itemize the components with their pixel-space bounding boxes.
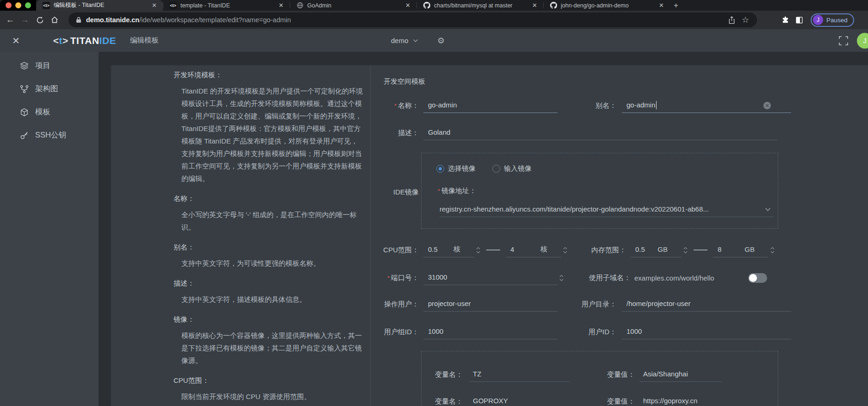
fullscreen-icon[interactable] bbox=[838, 36, 849, 46]
forward-icon[interactable]: → bbox=[18, 12, 32, 27]
variable-value-input[interactable]: https://goproxy.cn bbox=[639, 394, 722, 406]
row-cpu-memory: CPU范围： 0.5核 4核 内存范围： 0.5GB 8GB bbox=[324, 241, 859, 259]
range-separator bbox=[486, 250, 500, 250]
image-address-label: 镜像地址： bbox=[438, 187, 476, 195]
browser-tab-goadmin[interactable]: GoAdmin ✕ bbox=[290, 0, 416, 11]
close-window-icon[interactable] bbox=[6, 2, 12, 8]
content-card: 开发环境模板： TitanIDE 的开发环境模板是为用户提供一个可定制化的环境模… bbox=[111, 65, 868, 406]
clear-input-icon[interactable]: ✕ bbox=[763, 102, 771, 109]
logo-mark: <t> bbox=[53, 35, 68, 46]
stepper-icon[interactable] bbox=[559, 274, 564, 282]
ide-image-group: 选择镜像 输入镜像 镜像地址： registry.cn-shenzhen.ali… bbox=[421, 153, 778, 229]
variable-value-input[interactable]: Asia/Shanghai bbox=[639, 368, 722, 382]
memory-range-label: 内存范围： bbox=[568, 246, 626, 255]
variable-row: 变量名： TZ 变量值： Asia/Shanghai bbox=[422, 365, 722, 384]
cube-icon bbox=[20, 108, 29, 117]
lock-icon bbox=[76, 17, 81, 23]
sidebar-item-projects[interactable]: 项目 bbox=[0, 55, 99, 77]
user-dir-label: 用户目录： bbox=[558, 300, 616, 309]
help-title: 开发环境模板： bbox=[174, 71, 363, 80]
user-avatar[interactable]: J bbox=[857, 33, 868, 49]
name-input[interactable]: go-admin bbox=[423, 99, 558, 113]
browser-tab-edit-template[interactable]: <t> 编辑模板 - TitanIDE ✕ bbox=[36, 0, 163, 11]
titanide-favicon: <t> bbox=[169, 2, 177, 9]
cpu-min-unit: 核 bbox=[453, 245, 460, 254]
port-input[interactable]: 31000 bbox=[423, 271, 558, 285]
share-icon[interactable] bbox=[725, 13, 738, 27]
range-separator bbox=[694, 250, 707, 250]
home-icon[interactable] bbox=[47, 12, 62, 27]
sidebar-item-label: 模板 bbox=[35, 107, 50, 117]
variable-name-label: 变量名： bbox=[422, 370, 463, 379]
zoom-window-icon[interactable] bbox=[25, 2, 31, 8]
image-address-value: registry.cn-shenzhen.aliyuncs.com/titani… bbox=[440, 205, 709, 213]
workspace-select[interactable]: demo bbox=[391, 37, 418, 44]
cpu-max-input[interactable]: 4核 bbox=[506, 243, 561, 257]
op-user-input[interactable]: projector-user bbox=[423, 297, 558, 312]
variable-name-input[interactable]: GOPROXY bbox=[469, 394, 569, 406]
close-tab-icon[interactable]: ✕ bbox=[657, 2, 665, 9]
sidebar-item-ssh-keys[interactable]: SSH公钥 bbox=[0, 124, 99, 146]
browser-tab-template[interactable]: <t> template - TitanIDE ✕ bbox=[163, 0, 290, 11]
user-id-input[interactable]: 1000 bbox=[622, 325, 791, 339]
close-tab-icon[interactable]: ✕ bbox=[150, 2, 158, 9]
browser-tab-charts-mysql[interactable]: charts/bitnami/mysql at master ✕ bbox=[416, 0, 543, 11]
tab-title: charts/bitnami/mysql at master bbox=[434, 2, 527, 9]
alias-input[interactable]: go-admin ✕ bbox=[622, 99, 791, 113]
subdomain-toggle[interactable] bbox=[748, 273, 767, 283]
ide-image-label: IDE镜像 bbox=[324, 183, 419, 201]
radio-select-image[interactable] bbox=[436, 165, 444, 173]
toggle-knob bbox=[749, 274, 757, 282]
tab-title: 编辑模板 - TitanIDE bbox=[54, 1, 147, 9]
stepper-icon[interactable] bbox=[563, 246, 568, 254]
sidebar-item-label: 架构图 bbox=[35, 84, 58, 94]
profile-pill[interactable]: J Paused bbox=[811, 13, 854, 27]
variable-value-label: 变量值： bbox=[575, 370, 635, 379]
extensions-icon[interactable] bbox=[778, 13, 792, 27]
main-area: 开发环境模板： TitanIDE 的开发环境模板是为用户提供一个可定制化的环境模… bbox=[99, 52, 868, 406]
sidebar-item-label: 项目 bbox=[35, 61, 50, 71]
close-tab-icon[interactable]: ✕ bbox=[277, 2, 285, 9]
row-user-dir: 操作用户： projector-user 用户目录： /home/project… bbox=[324, 295, 859, 313]
side-panel-icon[interactable] bbox=[792, 13, 806, 27]
close-tab-icon[interactable]: ✕ bbox=[404, 2, 412, 9]
macos-window-controls bbox=[0, 0, 36, 11]
minimize-window-icon[interactable] bbox=[15, 2, 21, 8]
browser-tab-go-admin-demo[interactable]: john-deng/go-admin-demo ✕ bbox=[543, 0, 670, 11]
sidebar-item-templates[interactable]: 模板 bbox=[0, 101, 99, 123]
new-tab-button[interactable]: + bbox=[670, 0, 682, 11]
bookmark-star-icon[interactable]: ☆ bbox=[738, 13, 752, 27]
tab-title: john-deng/go-admin-demo bbox=[561, 2, 654, 9]
row-ids: 用户组ID： 1000 用户ID： 1000 bbox=[324, 323, 859, 341]
memory-max-input[interactable]: 8GB bbox=[713, 243, 769, 257]
cpu-min-input[interactable]: 0.5核 bbox=[423, 243, 474, 257]
url-text[interactable]: demo.titanide.cn/ide/web/workspace/templ… bbox=[86, 16, 725, 24]
row-port-subdomain: 端口号： 31000 使用子域名： examples.com/world/hel… bbox=[324, 269, 859, 287]
url-bar[interactable]: demo.titanide.cn/ide/web/workspace/templ… bbox=[68, 12, 757, 27]
close-icon[interactable]: ✕ bbox=[12, 35, 20, 46]
page-title: 编辑模板 bbox=[130, 36, 159, 45]
radio-input-image[interactable] bbox=[492, 165, 500, 173]
panel-divider bbox=[370, 65, 371, 406]
stepper-icon[interactable] bbox=[476, 246, 481, 254]
browser-toolbar: ← → demo.titanide.cn/ide/web/workspace/t… bbox=[0, 11, 868, 29]
github-icon bbox=[550, 2, 557, 9]
image-address-select[interactable]: registry.cn-shenzhen.aliyuncs.com/titani… bbox=[440, 201, 774, 217]
gear-icon[interactable]: ⚙ bbox=[437, 36, 445, 46]
reload-icon[interactable] bbox=[32, 12, 47, 27]
user-dir-input[interactable]: /home/projector-user bbox=[622, 297, 791, 312]
chevron-down-icon bbox=[413, 39, 418, 43]
sidebar-item-architecture[interactable]: 架构图 bbox=[0, 78, 99, 100]
architecture-icon bbox=[20, 85, 29, 94]
port-label: 端口号： bbox=[324, 274, 419, 282]
memory-min-input[interactable]: 0.5GB bbox=[631, 243, 682, 257]
stepper-icon[interactable] bbox=[683, 246, 688, 254]
description-input[interactable]: Goland bbox=[423, 126, 777, 140]
stepper-icon[interactable] bbox=[770, 246, 775, 254]
close-tab-icon[interactable]: ✕ bbox=[531, 2, 539, 9]
back-icon[interactable]: ← bbox=[3, 12, 18, 27]
help-body: 限制当前开发环境的 CPU 资源使用范围。 bbox=[181, 390, 363, 403]
titanide-favicon: <t> bbox=[43, 2, 50, 9]
group-id-input[interactable]: 1000 bbox=[423, 325, 558, 339]
variable-name-input[interactable]: TZ bbox=[469, 368, 569, 382]
